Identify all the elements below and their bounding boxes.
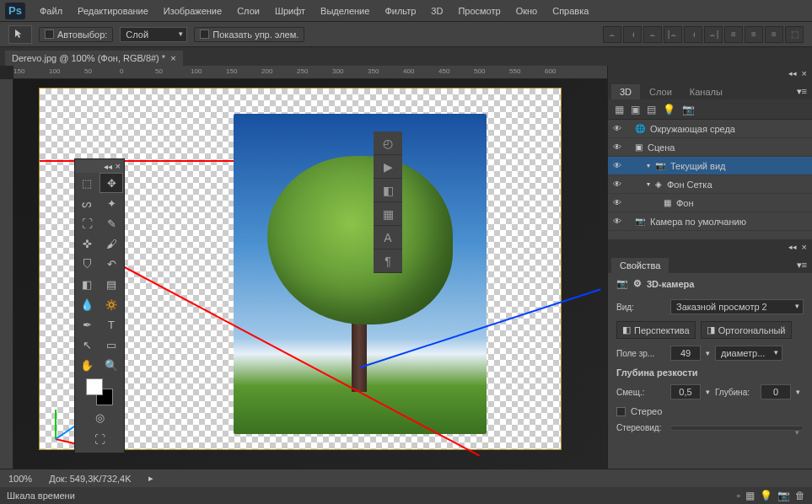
dock-history-icon[interactable]: ◴	[374, 131, 402, 155]
panel-menu-icon[interactable]: ▾≡	[792, 257, 812, 273]
move-tool-icon[interactable]	[8, 25, 32, 44]
camera-icon[interactable]: 📷	[777, 490, 790, 501]
3d-mode-icon[interactable]: ⬚	[785, 26, 804, 43]
align-right-icon[interactable]: ⫠|	[704, 26, 723, 43]
menu-type[interactable]: Шрифт	[267, 3, 313, 19]
align-bottom-icon[interactable]: ⫠	[643, 26, 662, 43]
close-icon[interactable]: ×	[116, 161, 121, 171]
fg-color-swatch[interactable]	[86, 378, 103, 395]
zoom-level[interactable]: 100%	[8, 474, 32, 484]
visibility-eye-icon[interactable]: 👁	[613, 161, 625, 170]
menu-view[interactable]: Просмотр	[450, 3, 508, 19]
render-icon[interactable]: ▦	[745, 490, 755, 501]
dock-para-icon[interactable]: ¶	[374, 249, 402, 273]
visibility-eye-icon[interactable]: 👁	[613, 124, 625, 133]
close-tab-icon[interactable]: ×	[170, 53, 175, 63]
tools-panel-header[interactable]: ◂◂ ×	[75, 159, 124, 173]
fov-input[interactable]: 49	[670, 346, 701, 361]
filter-camera-icon[interactable]: 📷	[682, 104, 695, 115]
menu-edit[interactable]: Редактирование	[70, 3, 156, 19]
view-dropdown[interactable]: Заказной просмотр 2	[670, 299, 804, 314]
shape-tool-icon[interactable]: ▭	[99, 335, 123, 355]
menu-3d[interactable]: 3D	[423, 3, 450, 19]
screenmode-tool-icon[interactable]: ⛶	[88, 429, 111, 449]
chevron-down-icon[interactable]: ▾	[706, 388, 710, 396]
quickmask-tool-icon[interactable]: ◎	[88, 407, 111, 427]
doc-size-info[interactable]: Док: 549,3K/732,4K	[49, 474, 131, 484]
eraser-tool-icon[interactable]: ◧	[75, 274, 99, 294]
filter-light-icon[interactable]: 💡	[663, 104, 675, 115]
filter-all-icon[interactable]: ▦	[615, 104, 624, 115]
visibility-eye-icon[interactable]: 👁	[613, 217, 625, 226]
heal-tool-icon[interactable]: ✜	[75, 233, 99, 254]
gradient-tool-icon[interactable]: ▤	[99, 274, 123, 294]
fov-unit-dropdown[interactable]: диаметр...	[715, 346, 782, 361]
depth-input[interactable]: 0	[761, 384, 791, 399]
show-controls-checkbox[interactable]: Показать упр. элем.	[194, 27, 304, 42]
collapse-icon[interactable]: ◂◂	[104, 162, 112, 171]
chevron-down-icon[interactable]: ▾	[706, 349, 710, 357]
dock-swatches-icon[interactable]: ▦	[374, 202, 402, 226]
close-icon[interactable]: ×	[802, 68, 807, 78]
ruler-horizontal[interactable]: 1501005005010015020025030035040045050055…	[13, 66, 607, 79]
blur-tool-icon[interactable]: 💧	[75, 294, 99, 314]
path-select-tool-icon[interactable]: ↖	[75, 335, 99, 355]
close-icon[interactable]: ×	[802, 242, 807, 252]
scene-item[interactable]: 👁▾◈Фон Сетка	[608, 175, 812, 194]
collapse-icon[interactable]: ◂◂	[788, 243, 797, 251]
history-brush-tool-icon[interactable]: ↶	[99, 254, 123, 274]
crop-tool-icon[interactable]: ⛶	[75, 213, 99, 233]
scene-item[interactable]: 👁▾📷Текущий вид	[608, 157, 812, 175]
menu-layers[interactable]: Слои	[229, 3, 267, 19]
visibility-eye-icon[interactable]: 👁	[613, 198, 625, 207]
scene-item[interactable]: 👁▦Фон	[608, 194, 812, 212]
menu-select[interactable]: Выделение	[313, 3, 377, 19]
visibility-eye-icon[interactable]: 👁	[613, 142, 625, 152]
panel-menu-icon[interactable]: ▾≡	[792, 83, 812, 99]
menu-window[interactable]: Окно	[508, 3, 546, 19]
scene-item[interactable]: 👁▣Сцена	[608, 138, 812, 157]
dock-char-icon[interactable]: A	[374, 226, 402, 249]
marquee-tool-icon[interactable]: ⬚	[75, 173, 99, 193]
timeline-tab[interactable]: Шкала времени	[7, 491, 75, 501]
tab-channels[interactable]: Каналы	[681, 84, 731, 99]
menu-help[interactable]: Справка	[545, 3, 596, 19]
distribute-3-icon[interactable]: ≡	[765, 26, 783, 43]
tab-layers[interactable]: Слои	[641, 84, 680, 99]
document-tab[interactable]: Derevo.jpg @ 100% (Фон, RGB/8#) * ×	[5, 51, 183, 66]
tab-3d[interactable]: 3D	[611, 84, 640, 99]
expand-icon[interactable]: ▾	[647, 162, 650, 169]
dock-actions-icon[interactable]: ▶	[374, 155, 402, 179]
brush-tool-icon[interactable]: 🖌	[99, 233, 123, 254]
offset-input[interactable]: 0,5	[670, 384, 701, 399]
scene-item[interactable]: 👁🌐Окружающая среда	[608, 120, 812, 138]
dodge-tool-icon[interactable]: 🔅	[99, 294, 123, 314]
distribute-1-icon[interactable]: ≡	[724, 26, 743, 43]
dock-color-icon[interactable]: ◧	[374, 179, 402, 202]
visibility-eye-icon[interactable]: 👁	[613, 180, 625, 189]
align-vmid-icon[interactable]: ⫞	[623, 26, 642, 43]
move-tool-icon[interactable]: ✥	[99, 173, 123, 193]
align-left-icon[interactable]: |⫠	[664, 26, 682, 43]
menu-filter[interactable]: Фильтр	[377, 3, 423, 19]
menu-image[interactable]: Изображение	[156, 3, 229, 19]
light-icon[interactable]: 💡	[760, 490, 772, 501]
align-hmid-icon[interactable]: ⫞	[684, 26, 702, 43]
filter-material-icon[interactable]: ▤	[647, 104, 656, 115]
expand-icon[interactable]: ▾	[647, 180, 650, 188]
menu-file[interactable]: Файл	[32, 3, 70, 19]
autoselect-target-dropdown[interactable]: Слой	[120, 27, 187, 42]
type-tool-icon[interactable]: T	[99, 314, 123, 335]
pen-tool-icon[interactable]: ✒	[75, 314, 99, 335]
stamp-tool-icon[interactable]: ⛉	[75, 254, 99, 274]
hand-tool-icon[interactable]: ✋	[75, 355, 99, 375]
eyedropper-tool-icon[interactable]: ✎	[99, 213, 123, 233]
collapse-icon[interactable]: ◂◂	[788, 69, 797, 78]
align-top-icon[interactable]: ⫠	[603, 26, 621, 43]
perspective-button[interactable]: ◧Перспектива	[616, 321, 696, 339]
orthogonal-button[interactable]: ◨Ортогональный	[701, 321, 792, 339]
filter-mesh-icon[interactable]: ▣	[631, 104, 640, 115]
ruler-vertical[interactable]	[0, 79, 13, 469]
chevron-right-icon[interactable]: ▸	[148, 473, 153, 484]
autoselect-checkbox[interactable]: Автовыбор:	[39, 27, 113, 42]
